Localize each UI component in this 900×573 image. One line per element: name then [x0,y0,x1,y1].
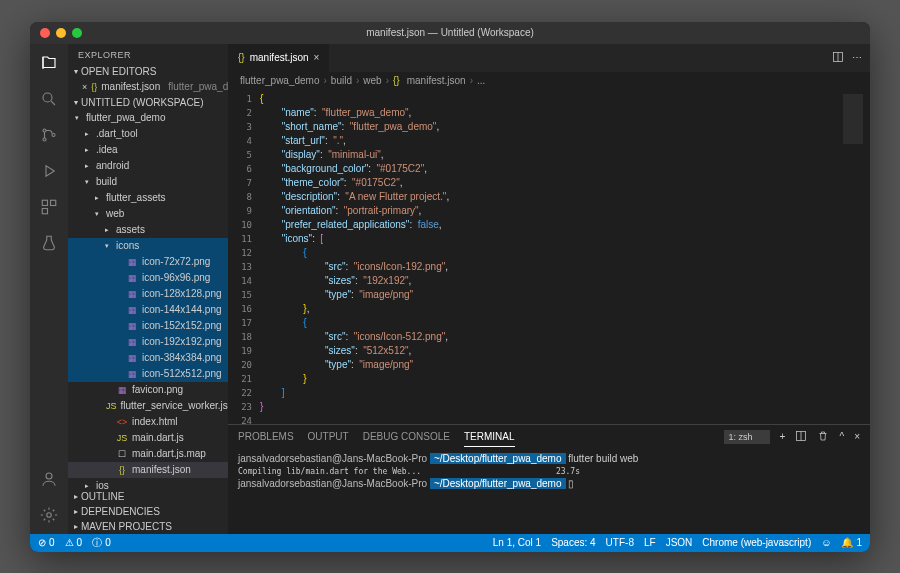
file-item[interactable]: ▦icon-152x152.png [68,318,228,334]
file-item[interactable]: ▦icon-96x96.png [68,270,228,286]
close-icon[interactable]: × [82,82,87,92]
folder-item[interactable]: ▾icons [68,238,228,254]
window-title: manifest.json — Untitled (Workspace) [366,27,534,38]
outline-section[interactable]: ▸OUTLINE [68,489,228,504]
folder-item[interactable]: ▾flutter_pwa_demo [68,110,228,126]
file-item[interactable]: <>index.html [68,414,228,430]
file-item[interactable]: {}manifest.json [68,462,228,478]
png-icon: ▦ [116,385,128,395]
notifications-icon[interactable]: 🔔 1 [841,537,862,548]
sidebar-header: EXPLORER [68,44,228,64]
json-icon: {} [91,82,97,92]
code-area[interactable]: { "name": "flutter_pwa_demo", "short_nam… [260,90,840,424]
json-icon: {} [238,52,245,63]
minimize-window-button[interactable] [56,28,66,38]
open-editors-section[interactable]: ▾OPEN EDITORS [68,64,228,79]
tab-output[interactable]: OUTPUT [308,427,349,446]
png-icon: ▦ [126,337,138,347]
dependencies-section[interactable]: ▸DEPENDENCIES [68,504,228,519]
test-icon[interactable] [38,232,60,254]
feedback-icon[interactable]: ☺ [821,537,831,548]
svg-point-2 [43,138,46,141]
html-icon: <> [116,417,128,427]
terminal-select[interactable]: 1: zsh [724,430,770,444]
traffic-lights [30,28,82,38]
file-tree: ▾flutter_pwa_demo▸.dart_tool▸.idea▸andro… [68,110,228,489]
bottom-panel: PROBLEMS OUTPUT DEBUG CONSOLE TERMINAL 1… [228,424,870,534]
folder-item[interactable]: ▸flutter_assets [68,190,228,206]
maximize-window-button[interactable] [72,28,82,38]
source-control-icon[interactable] [38,124,60,146]
json-icon: {} [116,465,128,475]
open-editor-item[interactable]: × {} manifest.json flutter_pwa_de... [68,79,228,95]
trash-icon[interactable] [817,430,829,444]
folder-item[interactable]: ▸ios [68,478,228,489]
status-cursor[interactable]: Ln 1, Col 1 [493,537,541,548]
tab-terminal[interactable]: TERMINAL [464,427,515,447]
status-info[interactable]: ⓘ 0 [92,536,111,550]
new-terminal-icon[interactable]: + [780,431,786,442]
svg-rect-5 [51,200,56,205]
close-panel-icon[interactable]: × [854,431,860,442]
workspace-section[interactable]: ▾UNTITLED (WORKSPACE) [68,95,228,110]
tab-problems[interactable]: PROBLEMS [238,427,294,446]
terminal[interactable]: jansalvadorsebastian@Jans-MacBook-Pro ~/… [228,449,870,534]
breadcrumb[interactable]: flutter_pwa_demo›build›web›{}manifest.js… [228,72,870,90]
file-item[interactable]: ▦icon-128x128.png [68,286,228,302]
vscode-window: manifest.json — Untitled (Workspace) EXP… [30,22,870,552]
status-encoding[interactable]: UTF-8 [606,537,634,548]
tab-manifest-json[interactable]: {} manifest.json × [228,44,330,72]
png-icon: ▦ [126,273,138,283]
png-icon: ▦ [126,257,138,267]
folder-item[interactable]: ▾web [68,206,228,222]
folder-item[interactable]: ▸assets [68,222,228,238]
png-icon: ▦ [126,289,138,299]
status-warnings[interactable]: ⚠ 0 [65,537,83,548]
folder-item[interactable]: ▸.idea [68,142,228,158]
file-icon: ☐ [116,449,128,459]
split-editor-icon[interactable] [832,51,844,65]
status-spaces[interactable]: Spaces: 4 [551,537,595,548]
png-icon: ▦ [126,353,138,363]
tab-debug-console[interactable]: DEBUG CONSOLE [363,427,450,446]
extensions-icon[interactable] [38,196,60,218]
titlebar: manifest.json — Untitled (Workspace) [30,22,870,44]
explorer-icon[interactable] [38,52,60,74]
accounts-icon[interactable] [38,468,60,490]
search-icon[interactable] [38,88,60,110]
file-item[interactable]: ▦favicon.png [68,382,228,398]
minimap[interactable] [840,90,870,424]
maximize-panel-icon[interactable]: ^ [839,431,844,442]
svg-point-1 [43,129,46,132]
file-item[interactable]: ▦icon-144x144.png [68,302,228,318]
file-item[interactable]: JSflutter_service_worker.js [68,398,228,414]
js-icon: JS [116,433,128,443]
folder-item[interactable]: ▸.dart_tool [68,126,228,142]
split-terminal-icon[interactable] [795,430,807,444]
folder-item[interactable]: ▸android [68,158,228,174]
png-icon: ▦ [126,321,138,331]
settings-gear-icon[interactable] [38,504,60,526]
debug-icon[interactable] [38,160,60,182]
editor[interactable]: 123456789101112131415161718192021222324 … [228,90,870,424]
status-errors[interactable]: ⊘ 0 [38,537,55,548]
status-language[interactable]: JSON [666,537,693,548]
file-item[interactable]: ▦icon-512x512.png [68,366,228,382]
folder-item[interactable]: ▾build [68,174,228,190]
file-item[interactable]: ▦icon-192x192.png [68,334,228,350]
maven-section[interactable]: ▸MAVEN PROJECTS [68,519,228,534]
status-eol[interactable]: LF [644,537,656,548]
status-bar: ⊘ 0 ⚠ 0 ⓘ 0 Ln 1, Col 1 Spaces: 4 UTF-8 … [30,534,870,552]
close-window-button[interactable] [40,28,50,38]
more-actions-icon[interactable]: ⋯ [852,52,862,63]
file-item[interactable]: ▦icon-384x384.png [68,350,228,366]
editor-tabs: {} manifest.json × ⋯ [228,44,870,72]
png-icon: ▦ [126,369,138,379]
svg-point-0 [43,93,52,102]
svg-point-8 [47,512,52,517]
file-item[interactable]: JSmain.dart.js [68,430,228,446]
file-item[interactable]: ☐main.dart.js.map [68,446,228,462]
file-item[interactable]: ▦icon-72x72.png [68,254,228,270]
close-tab-icon[interactable]: × [314,52,320,63]
status-target[interactable]: Chrome (web-javascript) [702,537,811,548]
